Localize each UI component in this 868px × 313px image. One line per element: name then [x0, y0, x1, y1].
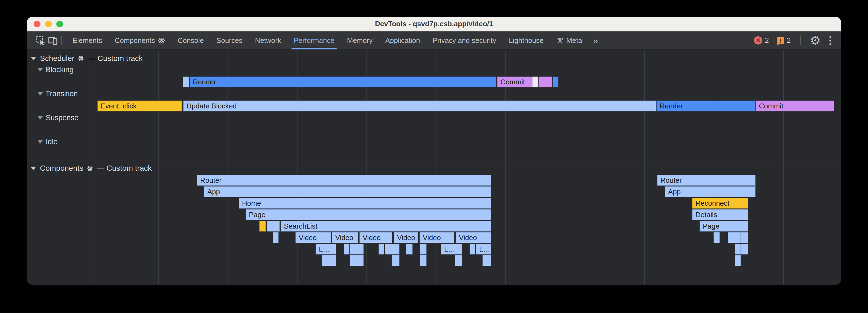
flame-bar-label: Video — [296, 234, 317, 242]
flame-bar[interactable] — [406, 244, 413, 254]
flame-bar-render[interactable]: Render — [189, 76, 496, 88]
tab-performance[interactable]: Performance — [287, 31, 341, 49]
flame-bar-router[interactable]: Router — [657, 175, 755, 186]
flame-bar-event-click[interactable]: Event: click — [97, 101, 182, 111]
tab-elements[interactable]: Elements — [66, 31, 108, 49]
flame-bar-label: Router — [197, 176, 221, 184]
flame-bar-page[interactable]: Page — [700, 221, 748, 232]
console-errors-badge[interactable]: ✕ 2 — [754, 36, 769, 45]
flame-bar[interactable] — [735, 244, 741, 254]
chevron-down-icon[interactable] — [38, 116, 43, 119]
flame-bar-video[interactable]: Video — [456, 232, 491, 243]
flame-bar-home[interactable]: Home — [239, 198, 491, 209]
flame-bar[interactable] — [483, 255, 491, 266]
chevron-down-icon[interactable] — [31, 167, 36, 170]
flame-bar-video[interactable]: Video — [394, 232, 418, 243]
row-label: Blocking — [46, 66, 73, 74]
flame-bar[interactable] — [420, 244, 427, 254]
flame-bar-update-blocked[interactable]: Update Blocked — [183, 101, 656, 111]
flame-bar[interactable] — [378, 244, 384, 254]
flame-bar-app[interactable]: App — [665, 186, 755, 197]
zoom-button[interactable] — [56, 21, 63, 27]
flame-bar[interactable] — [539, 76, 552, 88]
flame-bar-video[interactable]: Video — [296, 232, 331, 243]
close-button[interactable] — [34, 21, 40, 27]
scheduler-row-suspense[interactable]: Suspense — [38, 114, 79, 122]
flame-bar[interactable] — [553, 76, 558, 88]
inspect-element-icon[interactable] — [34, 34, 46, 46]
flame-bar-label: L… — [441, 245, 455, 253]
flame-bar[interactable] — [455, 255, 462, 266]
flame-bar[interactable] — [273, 232, 279, 243]
flame-bar[interactable] — [728, 232, 741, 243]
chevron-down-icon[interactable] — [38, 92, 43, 96]
flame-bar-video[interactable]: Video — [332, 232, 358, 243]
flame-bar-reconnect[interactable]: Reconnect — [692, 198, 748, 209]
flame-bar[interactable] — [713, 232, 720, 243]
flame-bar[interactable] — [350, 255, 364, 266]
tab-application[interactable]: Application — [379, 31, 426, 49]
warning-count: 2 — [787, 36, 791, 45]
flame-bar[interactable] — [267, 221, 280, 232]
tab-privacy-and-security[interactable]: Privacy and security — [426, 31, 503, 49]
flame-bar-commit[interactable]: Commit — [497, 76, 532, 88]
flame-bar-video[interactable]: Video — [420, 232, 454, 243]
flame-bar[interactable] — [470, 244, 475, 254]
tab-memory[interactable]: Memory — [341, 31, 379, 49]
flame-bar[interactable] — [259, 221, 266, 232]
console-warnings-badge[interactable]: ! 2 — [777, 36, 791, 45]
tab-sources[interactable]: Sources — [210, 31, 249, 49]
flame-bar[interactable] — [420, 255, 427, 266]
flame-bar[interactable] — [350, 244, 364, 254]
flame-bar-label: L… — [476, 245, 490, 253]
scheduler-row-transition[interactable]: Transition — [38, 90, 78, 98]
components-track-header[interactable]: Components — Custom track — [31, 164, 152, 173]
tab-lighthouse[interactable]: Lighthouse — [503, 31, 550, 49]
flame-bar-l-[interactable]: L… — [441, 244, 462, 254]
tab-network[interactable]: Network — [249, 31, 287, 49]
scheduler-row-idle[interactable]: Idle — [38, 138, 58, 146]
flame-bar-video[interactable]: Video — [359, 232, 392, 243]
flame-bar-app[interactable]: App — [204, 186, 491, 197]
tab-label: Meta — [566, 36, 582, 45]
row-label: Transition — [46, 90, 78, 98]
flame-bar-searchlist[interactable]: SearchList — [281, 221, 491, 232]
flame-bar-details[interactable]: Details — [692, 209, 748, 220]
flame-bar[interactable] — [392, 255, 400, 266]
chevron-down-icon[interactable] — [38, 140, 43, 144]
flame-bar[interactable] — [735, 255, 741, 266]
flame-bar-label: Video — [420, 234, 441, 242]
flame-bar[interactable] — [322, 255, 336, 266]
flame-bar-label: SearchList — [281, 222, 317, 230]
kebab-menu-icon[interactable] — [825, 36, 836, 45]
flame-bar[interactable] — [532, 76, 538, 88]
scheduler-row-blocking[interactable]: Blocking — [38, 66, 73, 74]
tab-label: Console — [178, 36, 204, 45]
flame-bar-label: Event: click — [98, 102, 137, 110]
flame-bar[interactable] — [741, 232, 748, 243]
flame-bar[interactable] — [741, 244, 748, 254]
more-tabs-button[interactable]: » — [589, 36, 602, 45]
flame-bar[interactable] — [385, 244, 400, 254]
flame-bar-commit[interactable]: Commit — [755, 101, 834, 111]
settings-gear-icon[interactable]: ⚙ — [806, 34, 825, 46]
flame-bar-label: Render — [657, 102, 683, 110]
minimize-button[interactable] — [45, 21, 52, 27]
window-title: DevTools - qsvd7p.csb.app/video/1 — [375, 20, 493, 28]
components-track-title: Components — [40, 164, 84, 173]
flame-bar-l-[interactable]: L… — [316, 244, 336, 254]
chevron-down-icon[interactable] — [31, 57, 36, 60]
flame-bar-l-[interactable]: L… — [476, 244, 491, 254]
flame-bar[interactable] — [344, 244, 349, 254]
flame-bar[interactable] — [183, 76, 189, 88]
window-titlebar: DevTools - qsvd7p.csb.app/video/1 — [27, 17, 841, 31]
flame-bar-router[interactable]: Router — [197, 175, 491, 186]
flame-bar-render[interactable]: Render — [656, 101, 755, 111]
chevron-down-icon[interactable] — [38, 68, 43, 72]
flame-bar-page[interactable]: Page — [246, 209, 491, 220]
tab-components[interactable]: Components — [108, 31, 171, 49]
tab-console[interactable]: Console — [172, 31, 210, 49]
tab-meta[interactable]: Meta — [550, 31, 589, 49]
device-toolbar-icon[interactable] — [46, 34, 59, 46]
scheduler-track-header[interactable]: Scheduler — Custom track — [31, 54, 143, 63]
